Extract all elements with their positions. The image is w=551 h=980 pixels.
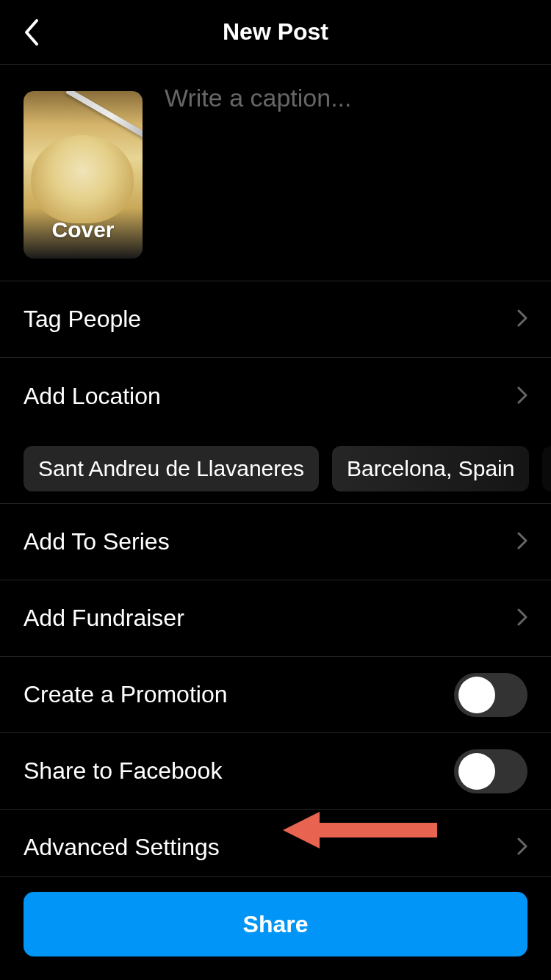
add-to-series-row[interactable]: Add To Series: [0, 503, 551, 580]
caption-input[interactable]: Write a caption...: [165, 84, 352, 259]
chevron-right-icon: [517, 383, 527, 410]
advanced-settings-label: Advanced Settings: [24, 834, 220, 861]
create-promotion-toggle[interactable]: [454, 673, 527, 717]
tag-people-row[interactable]: Tag People: [0, 281, 551, 357]
chevron-left-icon: [22, 18, 40, 47]
cover-thumbnail[interactable]: Cover: [24, 91, 143, 259]
share-facebook-row: Share to Facebook: [0, 732, 551, 809]
location-chip[interactable]: LL: [542, 446, 551, 491]
share-button-label: Share: [243, 911, 309, 938]
share-facebook-toggle[interactable]: [454, 749, 527, 793]
chevron-right-icon: [517, 834, 527, 861]
footer: Share: [0, 876, 551, 980]
share-facebook-label: Share to Facebook: [24, 757, 222, 785]
header: New Post: [0, 0, 551, 65]
caption-area: Cover Write a caption...: [0, 65, 551, 281]
location-section: Add Location Sant Andreu de Llavaneres B…: [0, 357, 551, 503]
add-location-label: Add Location: [24, 383, 161, 410]
add-location-row[interactable]: Add Location: [0, 358, 551, 434]
chevron-right-icon: [517, 306, 527, 333]
cover-label: Cover: [24, 217, 143, 242]
add-fundraiser-row[interactable]: Add Fundraiser: [0, 580, 551, 656]
add-to-series-label: Add To Series: [24, 528, 170, 555]
chevron-right-icon: [517, 528, 527, 555]
create-promotion-row: Create a Promotion: [0, 656, 551, 732]
tag-people-label: Tag People: [24, 306, 141, 333]
back-button[interactable]: [15, 16, 47, 48]
chevron-right-icon: [517, 605, 527, 632]
share-button[interactable]: Share: [24, 892, 527, 956]
toggle-knob: [458, 677, 495, 713]
page-title: New Post: [223, 18, 328, 46]
location-chip[interactable]: Barcelona, Spain: [332, 446, 530, 491]
toggle-knob: [458, 753, 495, 790]
advanced-settings-row[interactable]: Advanced Settings: [0, 809, 551, 885]
create-promotion-label: Create a Promotion: [24, 681, 227, 708]
add-fundraiser-label: Add Fundraiser: [24, 605, 184, 632]
location-chip[interactable]: Sant Andreu de Llavaneres: [24, 446, 319, 491]
location-chips[interactable]: Sant Andreu de Llavaneres Barcelona, Spa…: [0, 434, 551, 503]
